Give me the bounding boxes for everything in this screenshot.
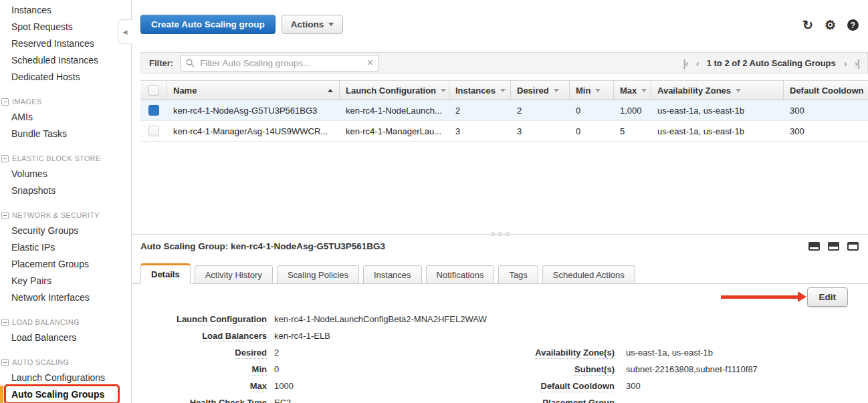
sort-desc-icon [554, 89, 559, 92]
tab-activity-history[interactable]: Activity History [195, 265, 273, 283]
sidebar-item-amis[interactable]: AMIs [0, 109, 131, 126]
pane-layout-controls [808, 242, 859, 251]
sidebar-item-spot-requests[interactable]: Spot Requests [0, 19, 131, 35]
last-page-icon[interactable]: ›| [855, 57, 859, 69]
sidebar-item-elastic-ips[interactable]: Elastic IPs [0, 239, 131, 256]
column-header-availability-zones[interactable]: Availability Zones [651, 81, 784, 100]
sort-desc-icon [641, 89, 647, 92]
main-content: Create Auto Scaling group Actions ↻ ⚙ ? … [132, 0, 868, 403]
field-label: Availability Zone(s) [535, 348, 615, 359]
select-all-checkbox[interactable] [148, 85, 159, 96]
gear-icon[interactable]: ⚙ [825, 19, 836, 31]
details-left-column: Launch Configuration ken-rc4-1-NodeLaunc… [140, 311, 526, 403]
section-label: ELASTIC BLOCK STORE [12, 151, 101, 166]
column-header-name[interactable]: Name [167, 81, 340, 100]
chevron-down-icon [328, 23, 334, 26]
field-availability-zones: Availability Zone(s) us-east-1a, us-east… [526, 344, 868, 361]
sidebar-item-bundle-tasks[interactable]: Bundle Tasks [0, 126, 131, 142]
sort-asc-icon [328, 89, 333, 92]
sidebar-item-scheduled-instances[interactable]: Scheduled Instances [0, 52, 131, 69]
collapse-section-icon [1, 155, 9, 162]
pane-minimize-icon[interactable] [808, 242, 820, 251]
column-header-min[interactable]: Min [570, 81, 614, 100]
prev-page-icon[interactable]: ‹ [696, 57, 699, 69]
sidebar-section-images[interactable]: IMAGES [0, 94, 131, 109]
collapse-section-icon [1, 98, 9, 106]
first-page-icon[interactable]: |‹ [683, 57, 688, 69]
field-max: Max 1000 [140, 378, 526, 394]
column-header-max[interactable]: Max [614, 81, 651, 100]
field-min: Min 0 [140, 361, 526, 378]
sidebar-item-volumes[interactable]: Volumes [0, 166, 131, 182]
column-header-desired[interactable]: Desired [511, 81, 570, 100]
cell-desired: 3 [511, 126, 570, 136]
column-label: Instances [455, 86, 496, 96]
tab-details[interactable]: Details [140, 263, 191, 284]
asg-table: Name Launch Configuration Instances Desi… [140, 80, 868, 142]
sidebar-item-instances[interactable]: Instances [0, 2, 131, 19]
collapse-section-icon [1, 212, 9, 219]
table-row[interactable]: ken-rc4-1-NodeAsg-G5TU3P561BG3 ken-rc4-1… [140, 100, 868, 121]
pagination: |‹ ‹ 1 to 2 of 2 Auto Scaling Groups › ›… [683, 57, 860, 69]
select-all-checkbox-cell [140, 81, 167, 100]
create-auto-scaling-group-button[interactable]: Create Auto Scaling group [140, 15, 276, 34]
sidebar-item-key-pairs[interactable]: Key Pairs [0, 273, 131, 289]
tab-scaling-policies[interactable]: Scaling Policies [277, 265, 359, 283]
sidebar-item-network-interfaces[interactable]: Network Interfaces [0, 289, 131, 306]
sidebar-item-reserved-instances[interactable]: Reserved Instances [0, 35, 131, 52]
column-header-instances[interactable]: Instances [449, 81, 511, 100]
sidebar-item-snapshots[interactable]: Snapshots [0, 182, 131, 199]
filter-input[interactable] [199, 57, 363, 69]
sidebar-item-auto-scaling-groups[interactable]: Auto Scaling Groups [0, 386, 131, 403]
tab-scheduled-actions[interactable]: Scheduled Actions [542, 265, 635, 283]
field-label: Launch Configuration [177, 314, 267, 325]
column-header-default-cooldown[interactable]: Default Cooldown [784, 81, 868, 100]
annotation-orange-bar [0, 386, 3, 403]
next-page-icon[interactable]: › [844, 57, 847, 69]
column-label: Availability Zones [657, 86, 731, 96]
tab-tags[interactable]: Tags [498, 265, 538, 283]
sidebar-item-security-groups[interactable]: Security Groups [0, 223, 131, 239]
sidebar-item-dedicated-hosts[interactable]: Dedicated Hosts [0, 69, 131, 86]
sidebar-section-network-security[interactable]: NETWORK & SECURITY [0, 208, 131, 223]
clear-filter-icon[interactable]: × [367, 57, 373, 68]
tab-notifications[interactable]: Notifications [426, 265, 495, 283]
sidebar-item-label: Auto Scaling Groups [11, 389, 104, 400]
cell-launch-configuration: ken-rc4-1-NodeLaunch... [340, 106, 449, 116]
actions-button-label: Actions [291, 19, 324, 29]
drag-handle[interactable] [491, 232, 510, 236]
table-row[interactable]: ken-rc4-1-ManagerAsg-14US9WWCR... ken-rc… [140, 121, 868, 142]
field-label: Subnet(s) [574, 364, 615, 376]
sort-desc-icon [595, 89, 601, 92]
column-header-launch-configuration[interactable]: Launch Configuration [340, 81, 449, 100]
pane-maximize-icon[interactable] [847, 242, 859, 251]
field-label: Placement Group [542, 398, 615, 403]
tab-instances[interactable]: Instances [363, 265, 422, 283]
chevron-left-icon: ◀ [123, 29, 128, 35]
row-checkbox[interactable] [148, 126, 159, 136]
refresh-icon[interactable]: ↻ [802, 19, 813, 31]
field-label: Min [252, 364, 267, 376]
help-icon[interactable]: ? [847, 19, 859, 31]
row-checkbox[interactable] [148, 105, 159, 116]
sidebar-section-load-balancing[interactable]: LOAD BALANCING [0, 315, 131, 329]
search-icon [186, 59, 195, 68]
sidebar-item-placement-groups[interactable]: Placement Groups [0, 256, 131, 273]
filter-search-box: × [180, 55, 379, 72]
sidebar-collapse-handle[interactable]: ◀ [118, 19, 132, 44]
detail-panel-title: Auto Scaling Group: ken-rc4-1-NodeAsg-G5… [140, 241, 385, 251]
column-label: Max [620, 86, 637, 96]
field-default-cooldown: Default Cooldown 300 [526, 378, 868, 394]
actions-button[interactable]: Actions [282, 15, 344, 34]
sidebar-section-ebs[interactable]: ELASTIC BLOCK STORE [0, 151, 131, 166]
section-label: LOAD BALANCING [12, 315, 80, 329]
details-right-column: Availability Zone(s) us-east-1a, us-east… [526, 344, 868, 403]
edit-button[interactable]: Edit [807, 287, 849, 307]
sidebar-item-launch-configurations[interactable]: Launch Configurations [0, 370, 131, 386]
sidebar-item-load-balancers[interactable]: Load Balancers [0, 329, 131, 346]
sidebar-section-auto-scaling[interactable]: AUTO SCALING [0, 355, 131, 370]
pane-half-icon[interactable] [828, 242, 839, 251]
cell-availability-zones: us-east-1a, us-east-1b [651, 106, 784, 116]
toolbar-icons: ↻ ⚙ ? [802, 15, 859, 31]
details-content: Launch Configuration ken-rc4-1-NodeLaunc… [132, 311, 868, 403]
